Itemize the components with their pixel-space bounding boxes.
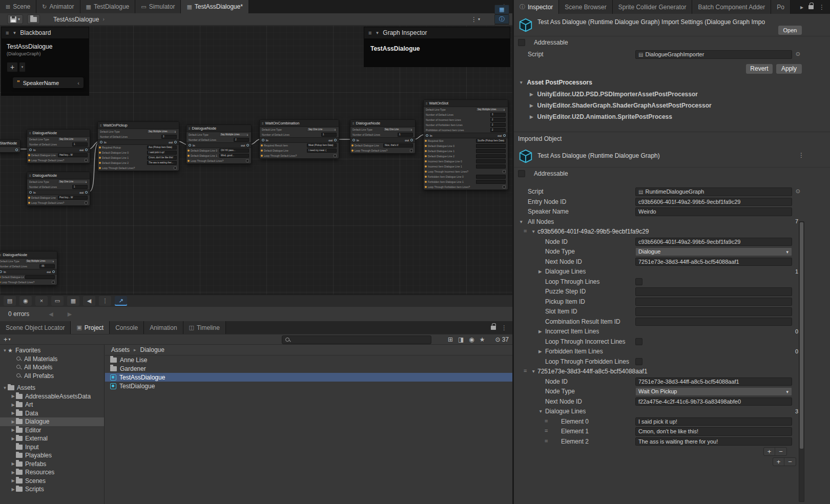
node-number-field[interactable]: 2 (490, 128, 506, 132)
tab-scene[interactable]: ⊞Scene (0, 0, 36, 13)
foldout-arrow-icon[interactable]: ▶ (10, 419, 16, 424)
visibility-counter[interactable]: ⊙ 37 (495, 336, 509, 343)
revert-button[interactable]: Revert (746, 64, 773, 74)
asset-row-anne-lise[interactable]: Anne Lise (105, 355, 512, 364)
tab-animator[interactable]: ↻Animator (36, 0, 80, 13)
node-dropdown[interactable]: Say Multiple Lines (476, 108, 506, 112)
foldout-arrow-icon[interactable]: ▼ (519, 219, 523, 224)
node-number-field[interactable]: 3 (161, 135, 177, 139)
field-port[interactable] (28, 159, 30, 161)
node-text-field[interactable]: Ass (Pickup Item Data) (147, 145, 177, 150)
node-collapse-icon[interactable]: ≡ (29, 174, 31, 177)
blackboard-header[interactable]: ≡ ▼ Blackboard (1, 27, 89, 39)
field-port[interactable] (99, 157, 101, 159)
text-field[interactable]: Weirdo (635, 207, 792, 216)
blackboard-property[interactable]: " SpeakerName ‹ (13, 77, 84, 88)
folder-row-editor[interactable]: ▶Editor (0, 426, 104, 435)
input-port[interactable] (29, 191, 32, 194)
node-number-field[interactable]: 1 (72, 142, 88, 146)
folder-row-external[interactable]: ▶External (0, 434, 104, 443)
text-field[interactable] (635, 298, 792, 306)
node-dropdown[interactable]: Say One Line (58, 180, 88, 184)
field-port[interactable] (351, 150, 354, 152)
output-port[interactable] (503, 134, 506, 137)
search-save-icon[interactable]: ⊞ (448, 336, 453, 343)
next-error-icon[interactable]: ▶ (68, 311, 72, 318)
asset-row-testassdialogue[interactable]: TestAssDialogue (105, 373, 512, 382)
foldout-arrow-icon[interactable]: ▼ (531, 229, 535, 234)
folder-row-prefabs[interactable]: ▶Prefabs (0, 460, 104, 469)
output-port[interactable] (334, 139, 337, 141)
graph-node-startnode[interactable]: ≡StartNodeConnections (0, 139, 20, 153)
apply-button[interactable]: Apply (776, 64, 802, 74)
foldout-arrow-icon[interactable]: ▶ (10, 411, 16, 415)
text-field[interactable]: The ass is waiting there for you! (635, 437, 792, 446)
scrollbar-thumb[interactable] (800, 222, 803, 449)
remove-element-button[interactable]: − (775, 448, 786, 455)
node-text-field[interactable]: Nice, that's it! (383, 143, 413, 148)
graph-node-waitonslot[interactable]: ≡WaitOnSlotDefault Line TypeSay Multiple… (423, 99, 508, 190)
node-collapse-icon[interactable]: ≡ (352, 122, 355, 125)
foldout-arrow-icon[interactable]: ▶ (10, 470, 16, 475)
node-text-field[interactable]: I said pick it up! (147, 151, 177, 155)
asset-row-gardener[interactable]: Gardener (105, 364, 512, 373)
tab-scene-browser[interactable]: Scene Browser (559, 0, 612, 14)
node-number-field[interactable]: 1 (72, 185, 88, 189)
text-field[interactable]: 7251e73e-38d3-44ff-a8c5-bcf54088aaf1 (635, 258, 792, 266)
field-port[interactable] (261, 155, 263, 157)
grid-view-icon[interactable]: ▦ (494, 5, 509, 14)
graph-node-dialoguenode[interactable]: ≡DialogueNodeDefault Line TypeSay Multip… (186, 124, 252, 164)
foldout-arrow-icon[interactable]: ▶ (10, 461, 16, 466)
field-port[interactable] (28, 197, 30, 199)
foldout-arrow-icon[interactable]: ▶ (10, 428, 16, 432)
foldout-arrow-icon[interactable]: ▼ (2, 348, 8, 353)
graph-node-waitoncombination[interactable]: ≡WaitOnCombinationDefault Line TypeSay O… (259, 119, 339, 159)
field-port[interactable] (261, 144, 263, 146)
addressable-checkbox[interactable] (518, 170, 525, 177)
node-number-field[interactable]: 3 (490, 113, 506, 117)
graph-node-dialoguenode[interactable]: ≡DialogueNodeDefault Line TypeSay One Li… (27, 129, 90, 163)
node-text-field[interactable]: Mind, good... (219, 154, 249, 158)
object-picker-icon[interactable]: ⊙ (796, 188, 800, 195)
favorites-header[interactable]: ▼★Favorites (0, 346, 104, 355)
node-text-field[interactable] (476, 159, 506, 163)
window-icon[interactable]: ▭ (51, 296, 64, 306)
foldout-arrow-icon[interactable]: ▶ (538, 329, 542, 334)
node-checkbox[interactable] (85, 201, 88, 204)
folder-row-addressableassetsdata[interactable]: ▶AddressableAssetsData (0, 392, 104, 401)
lock-icon[interactable] (808, 5, 814, 9)
graph-node-dialoguenode[interactable]: ≡DialogueNodeDefault Line TypeSay Multip… (0, 251, 57, 285)
object-picker-icon[interactable]: ⊙ (796, 51, 800, 57)
create-asset-button[interactable]: +▾ (4, 335, 11, 343)
output-port[interactable] (174, 141, 177, 143)
foldout-arrow-icon[interactable]: ▶ (10, 478, 16, 483)
node-collapse-icon[interactable]: ≡ (100, 124, 102, 127)
add-element-button[interactable]: + (773, 458, 784, 466)
input-port[interactable] (262, 139, 264, 141)
text-field[interactable] (635, 318, 792, 326)
favorite-icon[interactable]: ★ (480, 336, 485, 343)
field-port[interactable] (425, 186, 427, 188)
node-text-field[interactable]: I need my meat :( (307, 149, 337, 153)
field-port[interactable] (425, 150, 427, 152)
graph-node-waitonpickup[interactable]: ≡WaitOnPickupDefault Line TypeSay Multip… (97, 121, 179, 171)
foldout-arrow-icon[interactable]: ▶ (10, 436, 16, 441)
node-dropdown[interactable]: Say Multiple Lines (25, 259, 55, 263)
inspector-scrollbar[interactable] (799, 221, 804, 502)
node-number-field[interactable]: 1 (398, 133, 413, 137)
node-text-field[interactable] (476, 164, 506, 169)
foldout-arrow-icon[interactable]: ▼ (538, 409, 543, 414)
panel-menu-icon[interactable]: ⋮ (501, 324, 507, 331)
field-port[interactable] (0, 281, 1, 283)
node-collapse-icon[interactable]: ≡ (189, 127, 191, 130)
addressable-checkbox[interactable] (518, 39, 525, 46)
node-number-field[interactable]: 1 (321, 133, 337, 137)
drag-handle-icon[interactable]: = (545, 418, 547, 424)
node-number-field[interactable]: 2 (490, 118, 506, 122)
node-text-field[interactable] (476, 144, 506, 148)
tab-sprite-collider-generator[interactable]: Sprite Collider Generator (613, 0, 693, 14)
chevron-left-icon[interactable]: ‹ (77, 80, 79, 86)
text-field[interactable] (635, 287, 792, 296)
input-port[interactable] (352, 139, 355, 141)
node-checkbox[interactable] (410, 149, 413, 152)
